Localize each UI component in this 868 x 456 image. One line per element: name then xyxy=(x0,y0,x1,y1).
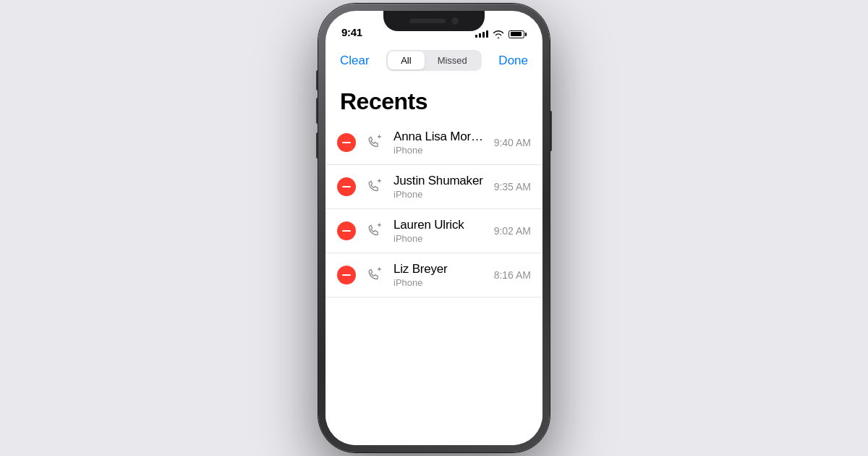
call-type: iPhone xyxy=(393,233,488,244)
recents-list: Anna Lisa Moreno iPhone 9:40 AM xyxy=(326,121,542,297)
phone-content: Clear All Missed Done Recents xyxy=(326,43,542,445)
done-button[interactable]: Done xyxy=(498,54,528,68)
segment-control: All Missed xyxy=(386,50,482,71)
call-type-icon xyxy=(365,265,385,285)
call-info: Anna Lisa Moreno iPhone xyxy=(393,130,488,156)
phone-screen: 9:41 xyxy=(326,11,542,445)
call-item[interactable]: Anna Lisa Moreno iPhone 9:40 AM xyxy=(326,121,542,165)
segment-all[interactable]: All xyxy=(388,51,424,69)
call-item[interactable]: Liz Breyer iPhone 8:16 AM xyxy=(326,253,542,297)
call-name: Justin Shumaker xyxy=(393,174,488,188)
call-name: Anna Lisa Moreno xyxy=(393,130,488,144)
signal-icon xyxy=(475,30,488,38)
call-time: 9:02 AM xyxy=(494,225,531,237)
notch xyxy=(383,11,485,31)
call-name: Liz Breyer xyxy=(393,262,488,276)
delete-button[interactable] xyxy=(337,177,356,196)
call-item[interactable]: Lauren Ulrick iPhone 9:02 AM xyxy=(326,209,542,253)
call-time: 8:16 AM xyxy=(494,269,531,281)
delete-button[interactable] xyxy=(337,266,356,284)
call-type: iPhone xyxy=(393,189,488,200)
call-type-icon xyxy=(365,221,385,241)
clear-button[interactable]: Clear xyxy=(340,54,370,68)
status-time: 9:41 xyxy=(341,26,362,38)
battery-icon xyxy=(509,30,527,38)
phone-device: 9:41 xyxy=(318,4,550,452)
speaker xyxy=(409,19,446,23)
call-info: Liz Breyer iPhone xyxy=(393,262,488,288)
call-time: 9:40 AM xyxy=(494,137,531,148)
call-time: 9:35 AM xyxy=(494,181,531,193)
call-name: Lauren Ulrick xyxy=(393,218,488,232)
status-icons xyxy=(475,30,527,38)
front-camera xyxy=(451,17,459,25)
call-item[interactable]: Justin Shumaker iPhone 9:35 AM xyxy=(326,165,542,209)
call-info: Justin Shumaker iPhone xyxy=(393,174,488,200)
call-info: Lauren Ulrick iPhone xyxy=(393,218,488,244)
call-type: iPhone xyxy=(393,145,488,156)
page-title: Recents xyxy=(326,77,542,121)
wifi-icon xyxy=(493,30,504,38)
segment-missed[interactable]: Missed xyxy=(425,51,480,69)
delete-button[interactable] xyxy=(337,133,356,152)
call-type-icon xyxy=(365,177,385,197)
call-type: iPhone xyxy=(393,277,488,288)
call-type-icon xyxy=(365,132,385,153)
navigation-bar: Clear All Missed Done xyxy=(326,43,542,77)
delete-button[interactable] xyxy=(337,221,356,240)
